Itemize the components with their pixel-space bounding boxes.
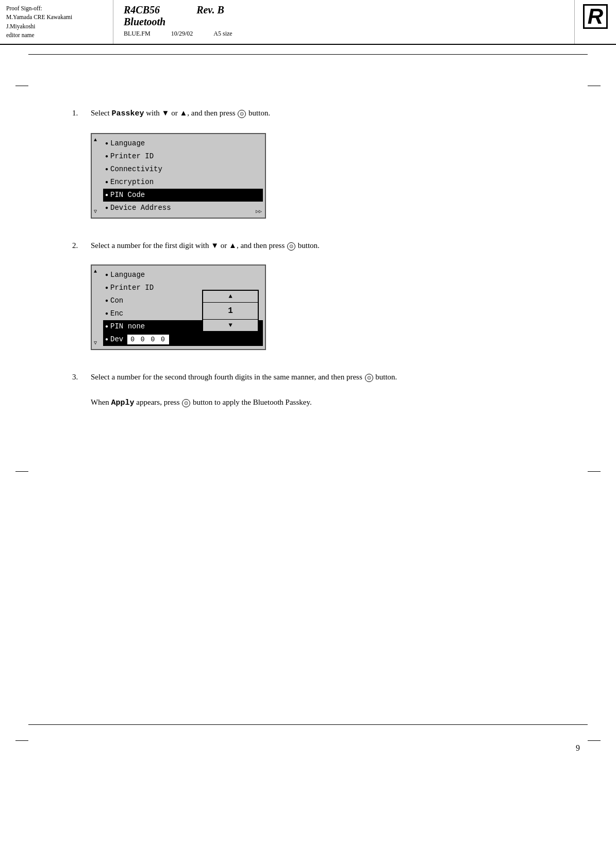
scroll-down-arrow-2: ▽ [94, 340, 97, 346]
bullet2-language: ● [105, 271, 108, 279]
side-marks-top [15, 55, 601, 86]
step-1-text: 1. Select Passkey with ▼ or ▲, and then … [72, 107, 575, 120]
step-1: 1. Select Passkey with ▼ or ▲, and then … [72, 107, 575, 219]
proof-name1: M.Yamada CRE Kawakami [6, 14, 72, 20]
bullet2-printerid: ● [105, 284, 108, 292]
digit-popup: ▲ 1 ▼ [202, 290, 259, 332]
lcd-row-connectivity: ● Connectivity [103, 163, 263, 176]
left-side-mark [15, 86, 28, 86]
title-r4cb56: R4CB56 [124, 4, 160, 15]
right-mid-mark [588, 471, 601, 472]
bottom-margin-rule [28, 724, 588, 725]
menu2-enc: Enc [110, 308, 123, 319]
step-2-text: 2. Select a number for the first digit w… [72, 239, 575, 252]
popup-down-arrow: ▼ [203, 320, 258, 331]
step-1-number: 1. [72, 107, 85, 120]
side-marks-mid [15, 461, 601, 472]
lcd2-row-printerid: ● Printer ID ▲ 1 ▼ [103, 282, 263, 294]
proof-name2: J.Miyakoshi [6, 23, 36, 29]
doc-title-line1: R4CB56 Bluetooth [124, 4, 165, 28]
bullet-connectivity: ● [105, 166, 108, 173]
right-side-mark [588, 86, 601, 86]
step-3-apply-text: When Apply appears, press ⊙ button to ap… [91, 396, 575, 409]
menu-connectivity: Connectivity [110, 164, 162, 175]
menu-deviceaddress: Device Address [110, 203, 171, 213]
header-center: R4CB56 Bluetooth Rev. B BLUE.FM 10/29/02… [113, 0, 575, 44]
lcd-row-pincode-selected: ● PIN Code [103, 189, 263, 202]
menu2-pin-label: PIN [110, 321, 123, 332]
left-bottom-mark [15, 740, 28, 741]
paper-size: A5 size [213, 30, 232, 38]
bullet-language: ● [105, 140, 108, 147]
bullet2-pin: ● [105, 323, 108, 330]
pin-digits-display: 0 0 0 0 [127, 335, 169, 345]
step-1-description: Select Passkey with ▼ or ▲, and then pre… [91, 107, 270, 120]
left-mid-mark [15, 471, 28, 472]
lcd-row-deviceaddress: ● Device Address [103, 202, 263, 214]
step-3-extra: When Apply appears, press ⊙ button to ap… [91, 396, 575, 409]
lcd-row-printerid: ● Printer ID [103, 150, 263, 163]
ok-button-symbol-3: ⊙ [365, 374, 373, 382]
menu2-language: Language [110, 270, 145, 280]
ok-button-symbol-1: ⊙ [238, 110, 246, 118]
main-content: 1. Select Passkey with ▼ or ▲, and then … [0, 86, 616, 461]
popup-up-arrow: ▲ [203, 291, 258, 303]
r-trademark: R [583, 4, 608, 29]
lcd2-row-language: ● Language [103, 269, 263, 282]
right-bottom-mark [588, 740, 601, 741]
proof-label: Proof Sign-off: [6, 5, 42, 11]
proof-signoff: Proof Sign-off: M.Yamada CRE Kawakami J.… [0, 0, 113, 44]
menu2-pin-none: none [123, 321, 145, 332]
r-mark-area: R [575, 0, 616, 44]
side-marks-bottom [15, 730, 601, 741]
ok-button-symbol-2: ⊙ [287, 242, 295, 251]
menu-encryption: Encryption [110, 177, 154, 188]
menu2-dev: Dev [110, 334, 123, 345]
step-3-description: Select a number for the second through f… [91, 371, 397, 383]
step-2-description: Select a number for the first digit with… [91, 239, 320, 252]
bullet2-con: ● [105, 297, 108, 305]
bullet-pincode: ● [105, 191, 108, 199]
file-name: BLUE.FM [124, 30, 151, 38]
ok-button-symbol-4: ⊙ [182, 399, 190, 407]
bullet2-dev: ● [105, 336, 108, 343]
lcd-menu-1: ● Language ● Printer ID ● Connectivity ●… [103, 137, 263, 214]
footer-area: 9 [0, 724, 616, 753]
menu2-con: Con [110, 295, 123, 306]
scroll-up-arrow-2: ▲ [94, 269, 97, 274]
step-3-number: 3. [72, 371, 85, 383]
bullet-printerid: ● [105, 153, 108, 160]
lcd-screen-1: ▲ ● Language ● Printer ID ● Connectivity [91, 133, 266, 219]
scroll-up-arrow-1: ▲ [94, 137, 97, 143]
menu2-printerid: Printer ID [110, 283, 154, 293]
step-2: 2. Select a number for the first digit w… [72, 239, 575, 350]
doc-meta: BLUE.FM 10/29/02 A5 size [124, 30, 564, 38]
apply-term: Apply [111, 399, 135, 407]
lcd-row-language: ● Language [103, 137, 263, 150]
bullet2-enc: ● [105, 310, 108, 318]
scroll-right-1: ▷▷ [256, 208, 262, 214]
popup-digit-value: 1 [203, 303, 258, 320]
proof-name3: editor name [6, 32, 35, 38]
step-3-text: 3. Select a number for the second throug… [72, 371, 575, 383]
menu-language: Language [110, 138, 145, 149]
bullet-encryption: ● [105, 178, 108, 186]
page-number-area: 9 [0, 743, 616, 753]
file-date: 10/29/02 [171, 30, 193, 38]
passkey-term: Passkey [111, 109, 144, 118]
step-2-number: 2. [72, 239, 85, 252]
revision-label: Rev. B [196, 4, 224, 16]
scroll-right-2: ▷▷ [256, 340, 262, 346]
lcd-menu-2: ● Language ● Printer ID ▲ 1 ▼ [103, 269, 263, 346]
page-header: Proof Sign-off: M.Yamada CRE Kawakami J.… [0, 0, 616, 45]
menu-printerid: Printer ID [110, 151, 154, 162]
lcd2-row-dev: ● Dev 0 0 0 0 [103, 333, 263, 346]
lcd-screen-2: ▲ ● Language ● Printer ID ▲ 1 ▼ [91, 264, 266, 350]
step-3: 3. Select a number for the second throug… [72, 371, 575, 409]
bullet-deviceaddress: ● [105, 204, 108, 212]
menu-pincode: PIN Code [110, 190, 145, 201]
scroll-down-arrow-1: ▽ [94, 208, 97, 214]
lcd-row-encryption: ● Encryption [103, 176, 263, 189]
page-number: 9 [576, 743, 580, 752]
title-bluetooth: Bluetooth [124, 16, 165, 27]
